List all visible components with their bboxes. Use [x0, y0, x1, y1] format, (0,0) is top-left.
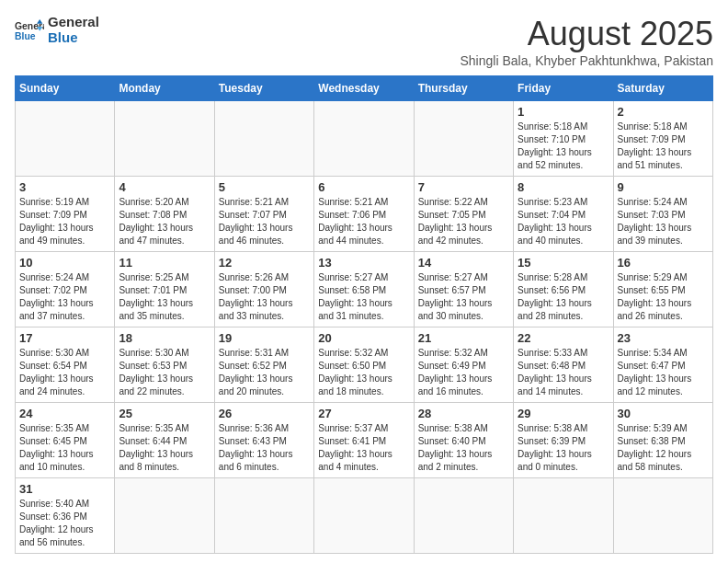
calendar-cell: 23Sunrise: 5:34 AM Sunset: 6:47 PM Dayli…: [613, 327, 712, 403]
calendar-cell: 22Sunrise: 5:33 AM Sunset: 6:48 PM Dayli…: [514, 327, 613, 403]
calendar-cell: 19Sunrise: 5:31 AM Sunset: 6:52 PM Dayli…: [214, 327, 313, 403]
calendar-cell: 20Sunrise: 5:32 AM Sunset: 6:50 PM Dayli…: [314, 327, 414, 403]
day-number: 14: [418, 256, 509, 270]
calendar-cell: 18Sunrise: 5:30 AM Sunset: 6:53 PM Dayli…: [115, 327, 214, 403]
weekday-header-monday: Monday: [115, 76, 214, 101]
calendar-cell: [214, 101, 313, 177]
header: General Blue General Blue August 2025 Sh…: [15, 15, 713, 68]
calendar-cell: 27Sunrise: 5:37 AM Sunset: 6:41 PM Dayli…: [314, 403, 414, 478]
weekday-header-sunday: Sunday: [16, 76, 115, 101]
calendar-cell: 28Sunrise: 5:38 AM Sunset: 6:40 PM Dayli…: [414, 403, 513, 478]
day-info: Sunrise: 5:30 AM Sunset: 6:53 PM Dayligh…: [119, 347, 210, 398]
day-number: 9: [618, 180, 709, 194]
day-number: 10: [19, 256, 110, 270]
calendar-cell: 30Sunrise: 5:39 AM Sunset: 6:38 PM Dayli…: [613, 403, 712, 478]
day-info: Sunrise: 5:30 AM Sunset: 6:54 PM Dayligh…: [19, 347, 110, 398]
week-row-2: 10Sunrise: 5:24 AM Sunset: 7:02 PM Dayli…: [16, 252, 713, 327]
day-info: Sunrise: 5:26 AM Sunset: 7:00 PM Dayligh…: [219, 271, 310, 323]
day-info: Sunrise: 5:23 AM Sunset: 7:04 PM Dayligh…: [518, 196, 609, 247]
day-number: 24: [19, 407, 110, 420]
day-number: 3: [19, 180, 110, 194]
day-number: 29: [518, 407, 609, 420]
day-info: Sunrise: 5:29 AM Sunset: 6:55 PM Dayligh…: [618, 271, 709, 323]
calendar-cell: 1Sunrise: 5:18 AM Sunset: 7:10 PM Daylig…: [514, 101, 613, 177]
calendar-cell: 3Sunrise: 5:19 AM Sunset: 7:09 PM Daylig…: [16, 177, 115, 252]
calendar-cell: 26Sunrise: 5:36 AM Sunset: 6:43 PM Dayli…: [214, 403, 313, 478]
day-info: Sunrise: 5:18 AM Sunset: 7:10 PM Dayligh…: [518, 121, 609, 172]
day-number: 4: [119, 180, 210, 194]
day-info: Sunrise: 5:25 AM Sunset: 7:01 PM Dayligh…: [119, 271, 210, 323]
day-info: Sunrise: 5:37 AM Sunset: 6:41 PM Dayligh…: [318, 422, 409, 474]
calendar-cell: 7Sunrise: 5:22 AM Sunset: 7:05 PM Daylig…: [414, 177, 513, 252]
logo-icon: General Blue: [15, 17, 44, 43]
calendar-cell: [414, 101, 513, 177]
calendar-cell: 14Sunrise: 5:27 AM Sunset: 6:57 PM Dayli…: [414, 252, 513, 327]
day-number: 8: [518, 180, 609, 194]
day-info: Sunrise: 5:38 AM Sunset: 6:39 PM Dayligh…: [518, 422, 609, 474]
calendar-cell: 15Sunrise: 5:28 AM Sunset: 6:56 PM Dayli…: [514, 252, 613, 327]
calendar-cell: 2Sunrise: 5:18 AM Sunset: 7:09 PM Daylig…: [613, 101, 712, 177]
day-number: 27: [318, 407, 409, 420]
calendar-cell: 25Sunrise: 5:35 AM Sunset: 6:44 PM Dayli…: [115, 403, 214, 478]
logo-general-text: General: [48, 15, 99, 30]
day-number: 16: [618, 256, 709, 270]
calendar-cell: [16, 101, 115, 177]
week-row-4: 24Sunrise: 5:35 AM Sunset: 6:45 PM Dayli…: [16, 403, 713, 478]
day-number: 23: [618, 331, 709, 345]
day-info: Sunrise: 5:35 AM Sunset: 6:45 PM Dayligh…: [19, 422, 110, 474]
day-number: 22: [518, 331, 609, 345]
calendar-cell: 5Sunrise: 5:21 AM Sunset: 7:07 PM Daylig…: [214, 177, 313, 252]
week-row-0: 1Sunrise: 5:18 AM Sunset: 7:10 PM Daylig…: [16, 101, 713, 177]
calendar-cell: 29Sunrise: 5:38 AM Sunset: 6:39 PM Dayli…: [514, 403, 613, 478]
title-area: August 2025 Shingli Bala, Khyber Pakhtun…: [461, 15, 714, 68]
calendar-cell: 10Sunrise: 5:24 AM Sunset: 7:02 PM Dayli…: [16, 252, 115, 327]
calendar-cell: 17Sunrise: 5:30 AM Sunset: 6:54 PM Dayli…: [16, 327, 115, 403]
day-info: Sunrise: 5:18 AM Sunset: 7:09 PM Dayligh…: [618, 121, 709, 172]
calendar-cell: [214, 478, 313, 554]
calendar-cell: 11Sunrise: 5:25 AM Sunset: 7:01 PM Dayli…: [115, 252, 214, 327]
day-number: 1: [518, 105, 609, 119]
svg-text:Blue: Blue: [15, 31, 36, 41]
month-title: August 2025: [461, 15, 714, 53]
day-number: 13: [318, 256, 409, 270]
weekday-header-friday: Friday: [514, 76, 613, 101]
calendar-cell: 31Sunrise: 5:40 AM Sunset: 6:36 PM Dayli…: [16, 478, 115, 554]
day-number: 18: [119, 331, 210, 345]
day-number: 30: [618, 407, 709, 420]
weekday-header-saturday: Saturday: [613, 76, 712, 101]
calendar-cell: 24Sunrise: 5:35 AM Sunset: 6:45 PM Dayli…: [16, 403, 115, 478]
day-info: Sunrise: 5:34 AM Sunset: 6:47 PM Dayligh…: [618, 347, 709, 398]
day-info: Sunrise: 5:35 AM Sunset: 6:44 PM Dayligh…: [119, 422, 210, 474]
day-number: 2: [618, 105, 709, 119]
day-number: 31: [19, 482, 110, 496]
week-row-1: 3Sunrise: 5:19 AM Sunset: 7:09 PM Daylig…: [16, 177, 713, 252]
calendar-cell: [115, 101, 214, 177]
calendar: SundayMondayTuesdayWednesdayThursdayFrid…: [15, 75, 713, 554]
week-row-3: 17Sunrise: 5:30 AM Sunset: 6:54 PM Dayli…: [16, 327, 713, 403]
calendar-cell: 13Sunrise: 5:27 AM Sunset: 6:58 PM Dayli…: [314, 252, 414, 327]
logo: General Blue General Blue: [15, 15, 99, 45]
day-info: Sunrise: 5:40 AM Sunset: 6:36 PM Dayligh…: [19, 498, 110, 549]
day-number: 21: [418, 331, 509, 345]
calendar-cell: 16Sunrise: 5:29 AM Sunset: 6:55 PM Dayli…: [613, 252, 712, 327]
day-info: Sunrise: 5:36 AM Sunset: 6:43 PM Dayligh…: [219, 422, 310, 474]
day-number: 17: [19, 331, 110, 345]
day-info: Sunrise: 5:22 AM Sunset: 7:05 PM Dayligh…: [418, 196, 509, 247]
day-number: 6: [318, 180, 409, 194]
day-info: Sunrise: 5:24 AM Sunset: 7:02 PM Dayligh…: [19, 271, 110, 323]
day-number: 5: [219, 180, 310, 194]
weekday-header-tuesday: Tuesday: [214, 76, 313, 101]
day-number: 15: [518, 256, 609, 270]
day-info: Sunrise: 5:28 AM Sunset: 6:56 PM Dayligh…: [518, 271, 609, 323]
calendar-cell: [514, 478, 613, 554]
day-number: 26: [219, 407, 310, 420]
calendar-cell: [115, 478, 214, 554]
day-info: Sunrise: 5:32 AM Sunset: 6:49 PM Dayligh…: [418, 347, 509, 398]
location-title: Shingli Bala, Khyber Pakhtunkhwa, Pakist…: [461, 53, 714, 68]
day-info: Sunrise: 5:32 AM Sunset: 6:50 PM Dayligh…: [318, 347, 409, 398]
weekday-header-row: SundayMondayTuesdayWednesdayThursdayFrid…: [16, 76, 713, 101]
day-number: 19: [219, 331, 310, 345]
logo-blue-text: Blue: [48, 30, 99, 46]
day-number: 7: [418, 180, 509, 194]
day-info: Sunrise: 5:27 AM Sunset: 6:57 PM Dayligh…: [418, 271, 509, 323]
